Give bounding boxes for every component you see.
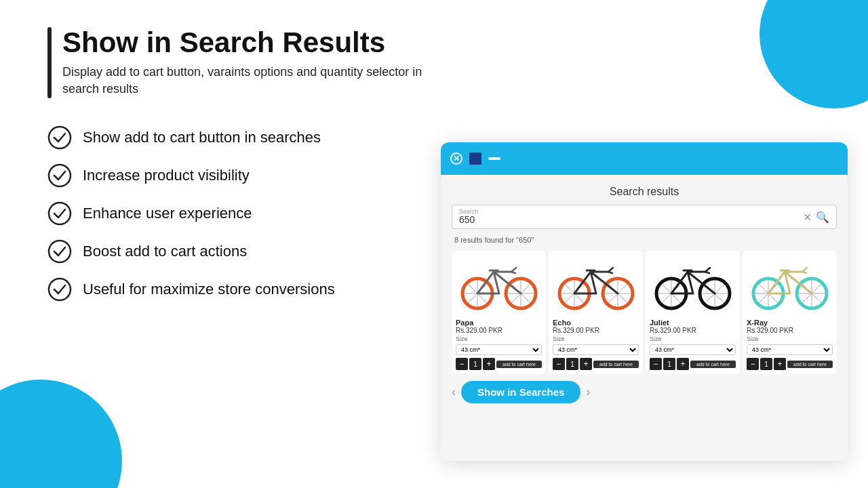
browser-content: Search results Search 650 ✕ 🔍 8 results … (441, 175, 848, 461)
bike-image (553, 255, 639, 316)
qty-minus-button[interactable]: − (650, 358, 662, 370)
bike-image (456, 255, 542, 316)
title-block: Show in Search Results Display add to ca… (47, 27, 454, 98)
qty-value: 1 (566, 358, 578, 370)
qty-plus-button[interactable]: + (774, 358, 786, 370)
bike-card: PapaRs.329.00 PKRSize43 cm*−1+add to car… (452, 251, 546, 374)
qty-plus-button[interactable]: + (483, 358, 495, 370)
next-page-arrow[interactable]: › (586, 385, 590, 399)
features-list: Show add to cart button in searchesIncre… (47, 125, 454, 302)
search-label: Search (459, 208, 479, 215)
svg-line-46 (661, 293, 671, 303)
show-in-searches-button[interactable]: Show in Searches (461, 381, 580, 403)
feature-item: Increase product visibility (47, 163, 454, 188)
maximize-icon[interactable] (469, 152, 481, 165)
search-results-heading: Search results (452, 186, 837, 198)
add-to-cart-button[interactable]: add to cart here (593, 361, 639, 368)
size-label: Size (553, 336, 639, 342)
qty-value: 1 (663, 358, 675, 370)
bike-name: Juliet (650, 319, 736, 327)
svg-line-36 (608, 293, 617, 303)
size-label: Size (456, 336, 542, 342)
svg-line-8 (477, 293, 487, 303)
bike-price: Rs.329.00 PKR (553, 327, 639, 334)
page-title: Show in Search Results (62, 27, 454, 58)
check-icon (47, 239, 72, 264)
bike-price: Rs.329.00 PKR (456, 327, 542, 334)
minimize-icon[interactable] (488, 157, 500, 160)
size-label: Size (747, 336, 833, 342)
svg-line-66 (758, 284, 768, 293)
check-icon (47, 277, 72, 302)
size-select[interactable]: 43 cm* (553, 344, 639, 355)
svg-line-18 (511, 293, 520, 303)
bike-price: Rs.329.00 PKR (650, 327, 736, 334)
svg-line-76 (812, 284, 821, 293)
size-select[interactable]: 43 cm* (747, 344, 833, 355)
feature-item: Useful for maximize store conversions (47, 277, 454, 302)
qty-minus-button[interactable]: − (553, 358, 565, 370)
search-icon[interactable]: 🔍 (816, 211, 829, 224)
browser-mockup: ✕ Search results Search 650 ✕ 🔍 8 result… (441, 142, 848, 461)
title-accent-bar (47, 27, 52, 98)
svg-line-40 (618, 284, 627, 293)
cart-row: −1+add to cart here (650, 358, 736, 370)
search-bar[interactable]: Search 650 ✕ 🔍 (452, 205, 837, 229)
title-text-group: Show in Search Results Display add to ca… (62, 27, 454, 98)
qty-value: 1 (469, 358, 481, 370)
svg-line-54 (705, 293, 714, 303)
svg-point-3 (49, 241, 71, 262)
close-icon[interactable]: ✕ (450, 152, 462, 165)
qty-minus-button[interactable]: − (747, 358, 759, 370)
add-to-cart-button[interactable]: add to cart here (787, 361, 833, 368)
feature-item: Boost add to cart actions (47, 239, 454, 264)
svg-line-48 (661, 284, 671, 293)
feature-text: Boost add to cart actions (83, 243, 247, 260)
size-select[interactable]: 43 cm* (650, 344, 736, 355)
check-icon (47, 201, 72, 226)
svg-line-52 (715, 293, 724, 303)
bike-price: Rs.329.00 PKR (747, 327, 833, 334)
svg-line-12 (467, 284, 477, 293)
size-select[interactable]: 43 cm* (456, 344, 542, 355)
page-subtitle: Display add to cart button, varaints opt… (62, 64, 454, 98)
cart-row: −1+add to cart here (553, 358, 639, 370)
svg-line-62 (768, 293, 778, 303)
svg-line-64 (758, 293, 768, 303)
bikes-grid: PapaRs.329.00 PKRSize43 cm*−1+add to car… (452, 251, 837, 374)
search-icons: ✕ 🔍 (803, 211, 829, 224)
decorative-circle-top (760, 0, 868, 108)
qty-value: 1 (760, 358, 772, 370)
svg-point-2 (49, 203, 71, 224)
feature-text: Show add to cart button in searches (83, 129, 321, 146)
qty-minus-button[interactable]: − (456, 358, 468, 370)
add-to-cart-button[interactable]: add to cart here (690, 361, 736, 368)
feature-item: Enhance user experience (47, 201, 454, 226)
cart-row: −1+add to cart here (456, 358, 542, 370)
svg-line-28 (564, 293, 574, 303)
bike-card: JulietRs.329.00 PKRSize43 cm*−1+add to c… (646, 251, 740, 374)
bike-image (650, 255, 736, 316)
feature-text: Increase product visibility (83, 167, 250, 184)
bike-name: Echo (553, 319, 639, 327)
bike-name: Papa (456, 319, 542, 327)
qty-plus-button[interactable]: + (580, 358, 592, 370)
feature-text: Useful for maximize store conversions (83, 281, 335, 298)
svg-point-0 (49, 127, 71, 148)
svg-point-4 (49, 279, 71, 300)
check-icon (47, 163, 72, 188)
bike-card: X-RayRs.329.00 PKRSize43 cm*−1+add to ca… (743, 251, 837, 374)
svg-line-72 (802, 293, 811, 303)
pagination-row: ‹ Show in Searches › (452, 381, 837, 403)
decorative-circle-bottom (0, 380, 122, 488)
prev-page-arrow[interactable]: ‹ (452, 385, 456, 399)
cart-row: −1+add to cart here (747, 358, 833, 370)
browser-titlebar: ✕ (441, 142, 848, 175)
clear-icon[interactable]: ✕ (803, 211, 812, 224)
svg-line-70 (812, 293, 821, 303)
add-to-cart-button[interactable]: add to cart here (496, 361, 542, 368)
svg-line-44 (671, 293, 681, 303)
svg-line-10 (467, 293, 477, 303)
qty-plus-button[interactable]: + (677, 358, 689, 370)
feature-item: Show add to cart button in searches (47, 125, 454, 150)
